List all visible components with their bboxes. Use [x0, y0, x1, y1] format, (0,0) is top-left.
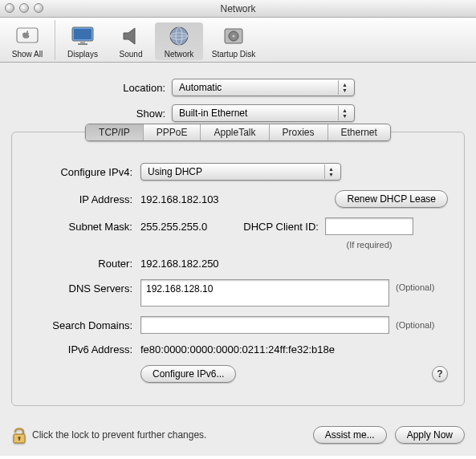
pane-body: Location: Automatic ▲▼ Show: Built-in Et… [0, 63, 476, 417]
dhcp-client-id-label: DHCP Client ID: [237, 221, 325, 233]
router-value: 192.168.182.250 [140, 258, 219, 270]
close-window-button[interactable] [5, 3, 14, 13]
speaker-icon [118, 24, 144, 48]
svg-rect-3 [80, 42, 85, 43]
toolbar: Show All Displays Sound [0, 18, 476, 63]
show-value: Built-in Ethernet [179, 108, 247, 119]
lock-text: Click the lock to prevent further change… [32, 429, 206, 441]
svg-rect-2 [74, 29, 92, 39]
tab-appletalk[interactable]: AppleTalk [201, 124, 269, 140]
toolbar-label: Show All [12, 50, 43, 59]
toolbar-sound[interactable]: Sound [107, 22, 155, 60]
configure-ipv4-select[interactable]: Using DHCP ▲▼ [140, 163, 341, 181]
toolbar-label: Displays [67, 50, 98, 59]
svg-point-11 [233, 35, 235, 38]
updown-icon: ▲▼ [338, 80, 351, 95]
toolbar-separator [55, 20, 55, 60]
footer: Click the lock to prevent further change… [0, 417, 476, 456]
renew-dhcp-lease-button[interactable]: Renew DHCP Lease [335, 190, 448, 208]
location-value: Automatic [179, 82, 222, 93]
dns-servers-input[interactable]: 192.168.128.10 [140, 279, 389, 307]
dhcp-client-id-hint: (If required) [325, 240, 413, 250]
toolbar-displays[interactable]: Displays [59, 22, 107, 60]
ipv6-address-value: fe80:0000:0000:0000:0211:24ff:fe32:b18e [140, 343, 335, 355]
search-optional-label: (Optional) [396, 320, 434, 330]
tab-tcpip[interactable]: TCP/IP [86, 124, 144, 140]
settings-group: TCP/IP PPPoE AppleTalk Proxies Ethernet … [11, 132, 465, 406]
minimize-window-button[interactable] [19, 3, 29, 13]
apply-now-button[interactable]: Apply Now [395, 426, 465, 444]
location-label: Location: [11, 82, 172, 94]
dns-optional-label: (Optional) [396, 279, 434, 292]
configure-ipv4-value: Using DHCP [148, 166, 202, 177]
dhcp-client-id-input[interactable] [325, 217, 413, 235]
configure-ipv6-button[interactable]: Configure IPv6... [140, 365, 236, 383]
tcpip-pane: Configure IPv4: Using DHCP ▲▼ IP Address… [23, 150, 453, 383]
ipv6-address-label: IPv6 Address: [28, 343, 140, 355]
zoom-window-button[interactable] [34, 3, 43, 13]
tabs-bar: TCP/IP PPPoE AppleTalk Proxies Ethernet [23, 124, 453, 141]
tab-ethernet[interactable]: Ethernet [328, 124, 390, 140]
updown-icon: ▲▼ [338, 106, 351, 120]
configure-ipv4-label: Configure IPv4: [28, 166, 140, 178]
show-label: Show: [11, 108, 172, 120]
assist-me-button[interactable]: Assist me... [313, 426, 387, 444]
window-titlebar: Network [0, 0, 476, 18]
disk-icon [221, 24, 246, 48]
updown-icon: ▲▼ [324, 165, 337, 179]
tab-pppoe[interactable]: PPPoE [144, 124, 201, 140]
subnet-mask-label: Subnet Mask: [28, 221, 140, 233]
search-domains-label: Search Domains: [28, 319, 140, 331]
globe-icon [166, 24, 192, 48]
ip-address-label: IP Address: [28, 193, 140, 205]
router-label: Router: [28, 258, 140, 270]
traffic-lights [5, 3, 43, 13]
lock-icon[interactable] [11, 425, 27, 445]
toolbar-startup-disk[interactable]: Startup Disk [203, 22, 264, 60]
location-select[interactable]: Automatic ▲▼ [172, 79, 355, 96]
toolbar-show-all[interactable]: Show All [3, 22, 51, 60]
tabs: TCP/IP PPPoE AppleTalk Proxies Ethernet [85, 124, 391, 141]
toolbar-label: Network [165, 50, 194, 59]
ip-address-value: 192.168.182.103 [140, 193, 219, 205]
show-select[interactable]: Built-in Ethernet ▲▼ [172, 104, 355, 122]
subnet-mask-value: 255.255.255.0 [140, 221, 237, 233]
svg-rect-4 [78, 43, 87, 45]
toolbar-label: Sound [120, 50, 143, 59]
search-domains-input[interactable] [140, 316, 389, 334]
toolbar-network[interactable]: Network [155, 22, 203, 60]
dns-servers-label: DNS Servers: [28, 279, 140, 294]
window-title: Network [220, 3, 255, 14]
display-icon [70, 24, 96, 48]
toolbar-label: Startup Disk [212, 50, 255, 59]
svg-rect-14 [18, 438, 20, 441]
apple-icon [14, 24, 40, 48]
help-button[interactable]: ? [432, 366, 448, 382]
tab-proxies[interactable]: Proxies [270, 124, 328, 140]
